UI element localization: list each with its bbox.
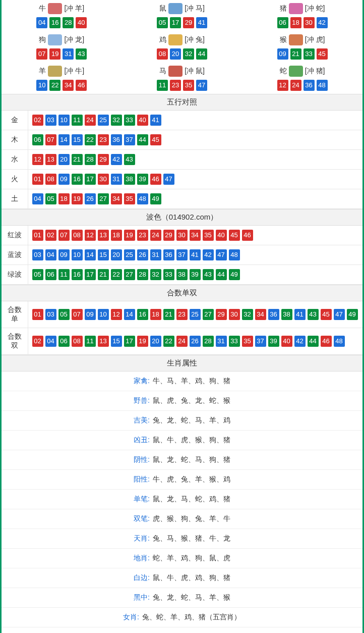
number-ball: 18 (58, 193, 70, 204)
row-balls: 02031011242532334041 (28, 111, 362, 130)
number-ball: 24 (85, 115, 96, 126)
attr-row: 野兽:鼠、虎、兔、龙、蛇、猴 (2, 391, 362, 411)
number-ball: 27 (124, 269, 135, 280)
zodiac-conflict: [冲 兔] (185, 35, 205, 44)
number-ball: 44 (308, 336, 319, 347)
number-ball: 28 (203, 336, 214, 347)
zodiac-conflict: [冲 虎] (305, 35, 325, 44)
number-ball: 07 (45, 134, 56, 145)
number-ball: 10 (58, 115, 70, 126)
table-row: 木06071415222336374445 (2, 130, 362, 150)
attr-value: 鼠、龙、蛇、马、狗、猪 (153, 455, 230, 463)
number-ball: 02 (32, 336, 43, 347)
number-ball: 31 (150, 249, 161, 260)
number-ball: 33 (304, 48, 315, 60)
number-ball: 08 (72, 230, 83, 241)
section-shengxiao-title: 生肖属性 (2, 355, 362, 372)
number-ball: 34 (255, 309, 266, 320)
number-ball: 06 (58, 336, 70, 347)
number-ball: 23 (176, 309, 188, 320)
number-ball: 23 (137, 230, 148, 241)
zodiac-icon (289, 66, 303, 77)
number-ball: 04 (45, 336, 56, 347)
number-ball: 31 (111, 174, 122, 185)
number-ball: 04 (45, 249, 56, 260)
number-ball: 48 (317, 80, 328, 91)
number-ball: 42 (294, 336, 306, 347)
number-ball: 05 (32, 269, 43, 280)
number-ball: 47 (334, 309, 345, 320)
zodiac-balls: 05172941 (122, 17, 242, 28)
number-ball: 45 (150, 134, 161, 145)
number-ball: 40 (281, 336, 292, 347)
number-ball: 20 (58, 154, 70, 165)
zodiac-balls: 06183042 (242, 17, 362, 28)
zodiac-cell: 猪[冲 蛇]06183042 (242, 0, 362, 31)
zodiac-cell: 马[冲 鼠]11233547 (122, 63, 242, 94)
number-ball: 05 (58, 309, 70, 320)
number-ball: 20 (170, 48, 181, 60)
attr-row: 黑中:兔、龙、蛇、马、羊、猴 (2, 588, 362, 608)
number-ball: 04 (32, 193, 43, 204)
number-ball: 16 (72, 269, 83, 280)
number-ball: 19 (137, 336, 148, 347)
bose-table: 红波0102070812131819232429303435404546蓝波03… (2, 226, 362, 285)
zodiac-name: 鼠 (159, 4, 166, 13)
attr-value: 鼠、虎、兔、龙、蛇、猴 (153, 396, 230, 404)
zodiac-balls: 09213345 (242, 48, 362, 60)
number-ball: 48 (334, 336, 345, 347)
number-ball: 31 (216, 336, 227, 347)
number-ball: 07 (72, 309, 83, 320)
number-ball: 35 (203, 230, 214, 241)
number-ball: 10 (36, 80, 47, 91)
number-ball: 27 (98, 193, 109, 204)
number-ball: 33 (163, 269, 174, 280)
number-ball: 16 (72, 174, 83, 185)
number-ball: 33 (229, 336, 240, 347)
number-ball: 42 (317, 17, 328, 28)
number-ball: 38 (176, 269, 188, 280)
number-ball: 06 (32, 134, 43, 145)
number-ball: 07 (36, 48, 47, 60)
number-ball: 30 (98, 174, 109, 185)
number-ball: 17 (85, 174, 96, 185)
number-ball: 36 (304, 80, 315, 91)
table-row: 合数单0103050709101214161821232527293032343… (2, 301, 362, 328)
number-ball: 24 (150, 230, 161, 241)
number-ball: 28 (137, 269, 148, 280)
number-ball: 41 (294, 309, 306, 320)
row-balls: 0204060811131517192022242628313335373940… (28, 328, 362, 355)
number-ball: 18 (111, 230, 122, 241)
number-ball: 28 (85, 154, 96, 165)
number-ball: 17 (124, 336, 135, 347)
attr-value: 鼠、牛、虎、鸡、狗、猪 (153, 573, 230, 582)
zodiac-balls: 12243648 (242, 80, 362, 91)
number-ball: 09 (58, 174, 70, 185)
zodiac-balls: 08203244 (122, 48, 242, 60)
zodiac-icon (289, 34, 303, 45)
number-ball: 14 (58, 134, 70, 145)
number-ball: 10 (72, 249, 83, 260)
number-ball: 36 (163, 249, 174, 260)
number-ball: 04 (36, 17, 47, 28)
row-balls: 06071415222336374445 (28, 130, 362, 150)
number-ball: 09 (85, 309, 96, 320)
row-label: 红波 (2, 226, 28, 245)
number-ball: 47 (163, 174, 174, 185)
zodiac-balls: 10223446 (2, 80, 122, 91)
attr-value: 鼠、龙、马、蛇、鸡、猪 (153, 495, 230, 503)
number-ball: 35 (124, 193, 135, 204)
number-ball: 15 (98, 249, 109, 260)
zodiac-icon (48, 34, 62, 45)
row-label: 绿波 (2, 265, 28, 285)
table-row: 土04051819262734354849 (2, 189, 362, 209)
wuxing-table: 金02031011242532334041木060714152223363744… (2, 111, 362, 209)
zodiac-grid: 牛[冲 羊]04162840鼠[冲 马]05172941猪[冲 蛇]061830… (2, 0, 362, 94)
zodiac-icon (48, 3, 62, 14)
number-ball: 11 (72, 115, 83, 126)
attr-key: 地肖: (134, 554, 150, 562)
row-balls: 0102070812131819232429303435404546 (28, 226, 362, 245)
table-row: 蓝波03040910141520252631363741424748 (2, 245, 362, 265)
number-ball: 16 (137, 309, 148, 320)
number-ball: 48 (137, 193, 148, 204)
